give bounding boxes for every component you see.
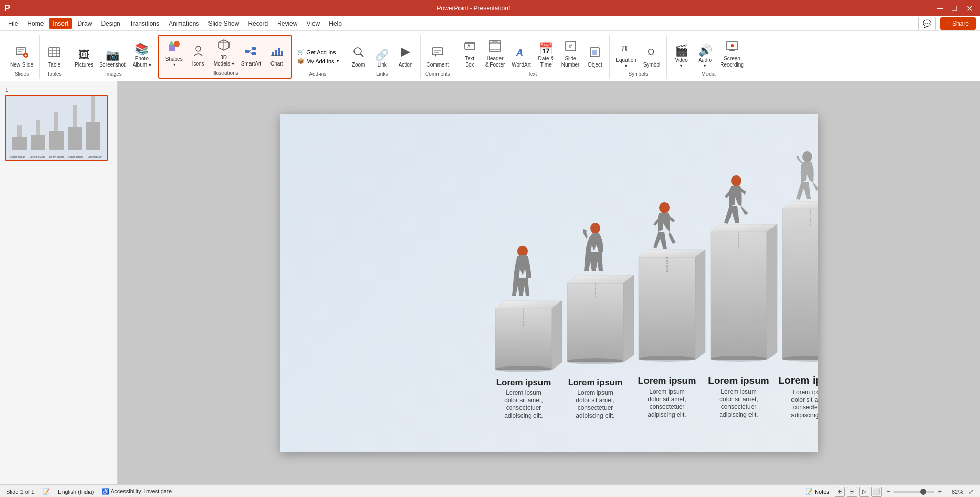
- svg-point-29: [354, 48, 361, 55]
- close-btn[interactable]: ✕: [963, 4, 976, 13]
- date-time-button[interactable]: 📅 Date &Time: [535, 42, 557, 70]
- table-button[interactable]: Table: [43, 44, 66, 70]
- illustrations-buttons: Shapes ▾ Icons 3DModels ▾: [162, 37, 288, 69]
- wordart-button[interactable]: A WordArt: [509, 44, 534, 70]
- svg-line-23: [249, 51, 252, 54]
- icons-button[interactable]: Icons: [187, 43, 210, 69]
- svg-rect-59: [567, 283, 623, 362]
- ribbon-group-slides: New Slide Slides: [4, 35, 40, 79]
- fit-slide-button[interactable]: ⤢: [968, 488, 974, 495]
- zoom-thumb[interactable]: [920, 489, 926, 495]
- spell-check-icon[interactable]: 📝: [43, 488, 50, 495]
- minimize-btn[interactable]: ─: [934, 4, 946, 13]
- menu-animations[interactable]: Animations: [164, 18, 203, 29]
- notes-button[interactable]: 📝 Notes: [806, 488, 829, 495]
- tables-buttons: Table: [43, 44, 66, 70]
- share-icon: ↑: [947, 20, 950, 27]
- svg-text:A: A: [467, 44, 471, 49]
- smartart-button[interactable]: SmartArt: [238, 43, 264, 69]
- svg-marker-14: [169, 41, 175, 45]
- equation-button[interactable]: π Equation ▾: [613, 39, 639, 70]
- accessibility-icon: ♿: [102, 488, 109, 494]
- svg-text:adipiscing elit.: adipiscing elit.: [791, 412, 818, 419]
- equation-icon: π: [619, 41, 633, 56]
- video-label: Video: [675, 57, 688, 63]
- maximize-btn[interactable]: □: [949, 4, 960, 13]
- zoom-icon: [352, 46, 365, 61]
- link-button[interactable]: 🔗 Link: [371, 48, 393, 70]
- menu-insert[interactable]: Insert: [49, 18, 72, 29]
- svg-text:consectetuer: consectetuer: [721, 403, 756, 410]
- menu-record[interactable]: Record: [244, 18, 272, 29]
- menu-draw[interactable]: Draw: [73, 18, 96, 29]
- share-button[interactable]: ↑ Share: [940, 17, 976, 30]
- pictures-button[interactable]: 🖼 Pictures: [72, 48, 96, 70]
- menu-design[interactable]: Design: [97, 18, 124, 29]
- new-slide-icon: [15, 46, 29, 61]
- slide-thumbnail[interactable]: Lorem ipsum Lorem ipsum Lorem ipsum Lore…: [5, 95, 108, 161]
- screenshot-button[interactable]: 📷 Screenshot: [97, 48, 128, 70]
- svg-text:π: π: [621, 42, 628, 53]
- zoom-button[interactable]: Zoom: [347, 44, 370, 70]
- text-box-button[interactable]: A TextBox: [458, 38, 481, 70]
- tables-group-label: Tables: [47, 71, 62, 78]
- screen-recording-button[interactable]: ScreenRecording: [717, 38, 747, 70]
- new-slide-button[interactable]: New Slide: [7, 44, 36, 70]
- my-addins-icon: 📦: [297, 58, 304, 64]
- slide-svg: Lorem ipsum Lorem ipsum dolor sit amet, …: [280, 114, 818, 452]
- menu-home[interactable]: Home: [23, 18, 48, 29]
- window-controls[interactable]: ─ □ ✕: [934, 4, 976, 13]
- zoom-track[interactable]: [893, 491, 934, 493]
- equation-label: Equation: [616, 57, 636, 63]
- svg-rect-46: [592, 50, 597, 55]
- comment-ribbon-button[interactable]: Comment: [424, 44, 452, 70]
- video-button[interactable]: 🎬 Video ▾: [670, 44, 693, 70]
- slide-sorter-icon[interactable]: ⊟: [847, 487, 857, 497]
- get-addins-label: Get Add-ins: [306, 49, 336, 55]
- illustrations-group-label: Illustrations: [212, 70, 238, 77]
- svg-text:dolor sit amet,: dolor sit amet,: [719, 396, 758, 403]
- action-button[interactable]: Action: [394, 44, 417, 70]
- slide-number-button[interactable]: # SlideNumber: [558, 38, 583, 70]
- svg-marker-73: [767, 224, 777, 360]
- text-box-label: TextBox: [465, 56, 474, 68]
- slides-group-label: Slides: [15, 71, 29, 78]
- menu-review[interactable]: Review: [273, 18, 301, 29]
- symbols-buttons: π Equation ▾ Ω Symbol: [613, 39, 663, 70]
- comment-button[interactable]: 💬: [918, 17, 936, 30]
- language-label[interactable]: English (India): [58, 489, 94, 495]
- zoom-out-button[interactable]: −: [887, 488, 891, 495]
- main-layout: 1: [0, 81, 980, 484]
- menu-bar: File Home Insert Draw Design Transitions…: [0, 16, 980, 31]
- images-group-label: Images: [105, 71, 122, 78]
- 3d-models-button[interactable]: 3DModels ▾: [211, 37, 237, 69]
- svg-rect-71: [711, 232, 767, 360]
- photo-album-button[interactable]: 📚 PhotoAlbum ▾: [129, 42, 155, 70]
- menu-slideshow[interactable]: Slide Show: [204, 18, 243, 29]
- menu-transitions[interactable]: Transitions: [126, 18, 163, 29]
- get-addins-button[interactable]: 🛒 Get Add-ins: [295, 48, 338, 56]
- chart-button[interactable]: Chart: [265, 43, 288, 69]
- reading-view-icon[interactable]: ▷: [859, 487, 869, 497]
- accessibility-label[interactable]: ♿ Accessibility: Investigate: [102, 488, 172, 495]
- menu-view[interactable]: View: [302, 18, 324, 29]
- header-footer-button[interactable]: Header& Footer: [482, 38, 508, 70]
- action-label: Action: [399, 62, 413, 68]
- shapes-button[interactable]: Shapes ▾: [162, 38, 186, 69]
- audio-button[interactable]: 🔊 Audio ▾: [694, 44, 716, 70]
- normal-view-icon[interactable]: ⊞: [835, 487, 845, 497]
- window-title: PowerPoint - Presentation1: [18, 5, 930, 12]
- object-button[interactable]: Object: [583, 44, 606, 70]
- zoom-level[interactable]: 82%: [947, 489, 963, 495]
- svg-marker-78: [782, 201, 818, 209]
- ribbon-content: New Slide Slides Table Tables 🖼: [4, 33, 976, 81]
- images-buttons: 🖼 Pictures 📷 Screenshot 📚 PhotoAlbum ▾: [72, 42, 155, 70]
- object-label: Object: [588, 62, 602, 68]
- menu-help[interactable]: Help: [325, 18, 346, 29]
- zoom-in-button[interactable]: +: [937, 488, 942, 495]
- my-addins-button[interactable]: 📦 My Add-ins ▾: [295, 57, 340, 66]
- presentation-view-icon[interactable]: ⬜: [871, 487, 882, 497]
- symbol-button[interactable]: Ω Symbol: [640, 44, 663, 70]
- media-buttons: 🎬 Video ▾ 🔊 Audio ▾ ScreenRecording: [670, 38, 747, 70]
- menu-file[interactable]: File: [4, 18, 22, 29]
